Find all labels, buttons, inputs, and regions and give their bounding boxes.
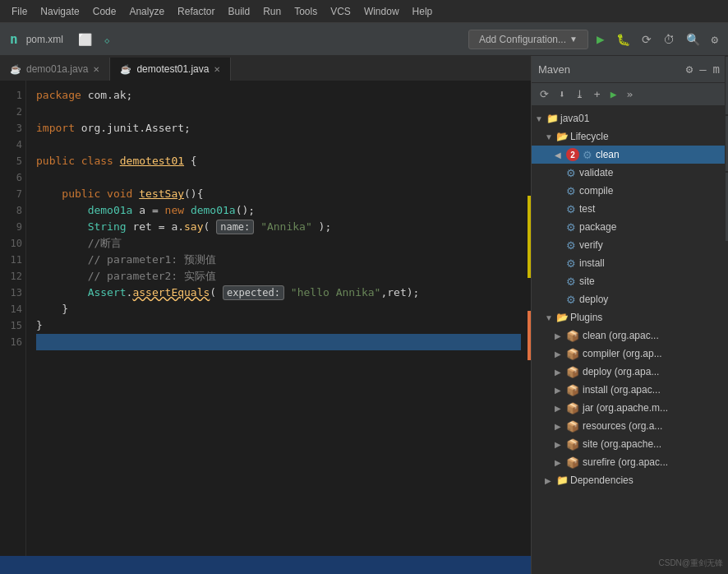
plugin-surefire-icon: 📦 [566,456,579,469]
tab-close-demo01a[interactable]: ✕ [93,65,99,74]
plugin-resources-icon: 📦 [566,420,579,433]
plugin-jar[interactable]: ▶ 📦 jar (org.apache.m... [532,399,728,417]
plugin-jar-icon: 📦 [566,402,579,414]
lifecycle-label: Lifecycle [570,131,609,142]
menu-tools[interactable]: Tools [289,4,322,19]
dropdown-icon: ▼ [569,35,578,44]
debug-button[interactable]: 🐛 [613,30,634,49]
plugin-clean[interactable]: ▶ 📦 clean (org.apac... [532,326,728,345]
code-line-10: //断言 [36,235,521,252]
plugin-deploy[interactable]: ▶ 📦 deploy (org.apa... [532,363,728,381]
maven-download-btn[interactable]: ⬇ [555,86,569,102]
code-line-15: } [36,317,521,334]
test-label: test [579,203,595,215]
maven-run-btn[interactable]: ▶ [607,86,620,102]
maven-expand-icon[interactable]: m [712,61,721,77]
lifecycle-deploy[interactable]: ⚙ deploy [532,290,728,308]
tab-demo01a[interactable]: ☕ demo01a.java ✕ [0,58,110,81]
plugin-resources[interactable]: ▶ 📦 resources (org.a... [532,417,728,435]
lifecycle-expand[interactable]: ▼ [545,132,555,141]
lifecycle-section[interactable]: ▼ 📂 Lifecycle [532,127,728,146]
compile-spacer [555,187,564,196]
search-button[interactable]: 🔍 [683,30,703,49]
plugin-clean-label: clean (org.apac... [583,330,659,341]
lifecycle-validate[interactable]: ⚙ validate [532,164,728,182]
menu-help[interactable]: Help [408,4,438,19]
root-expand-icon[interactable]: ▼ [535,114,545,123]
root-label: java01 [560,113,589,124]
plugin-resources-label: resources (org.a... [583,420,662,432]
clean-label: clean [596,149,620,160]
lifecycle-icon: 📂 [556,131,569,142]
maven-title: Maven [538,63,681,76]
side-tab-maven[interactable]: Maven 1 [725,56,728,115]
package-spacer [555,223,564,232]
menu-code[interactable]: Code [88,4,122,19]
menu-vcs[interactable]: VCS [325,4,356,19]
maven-add-btn[interactable]: + [591,86,604,102]
plugin-surefire-expand[interactable]: ▶ [555,458,564,467]
plugin-clean-expand[interactable]: ▶ [555,331,564,340]
plugin-deploy-label: deploy (org.apa... [583,366,659,377]
menu-refactor[interactable]: Refactor [173,4,219,19]
profile-button[interactable]: ⏱ [660,30,678,49]
side-tab-ant[interactable]: 🐜 Ant Build [725,172,728,243]
run-button[interactable]: ▶ [593,28,608,50]
plugin-surefire[interactable]: ▶ 📦 surefire (org.apac... [532,453,728,471]
maven-more-btn[interactable]: » [623,86,636,102]
plugins-expand[interactable]: ▼ [545,313,555,322]
plugin-site[interactable]: ▶ 📦 site (org.apache... [532,435,728,453]
plugin-install-label: install (org.apac... [583,384,661,396]
menu-run[interactable]: Run [258,4,286,19]
plugin-deploy-expand[interactable]: ▶ [555,368,564,377]
plugin-compiler-label: compiler (org.ap... [583,348,662,359]
plugin-resources-expand[interactable]: ▶ [555,422,564,431]
lifecycle-site[interactable]: ⚙ site [532,272,728,290]
maven-settings-icon[interactable]: ⚙ [684,61,694,77]
lifecycle-verify[interactable]: ⚙ verify [532,236,728,254]
coverage-button[interactable]: ⟳ [638,30,655,49]
dependencies-section[interactable]: ▶ 📁 Dependencies [532,471,728,489]
menu-navigate[interactable]: Navigate [35,4,84,19]
window-icon[interactable]: ⬜ [75,30,95,49]
plugin-jar-expand[interactable]: ▶ [555,404,564,413]
code-line-9: String ret = a.say( name: "Annika" ); [36,219,521,235]
code-line-6 [36,169,521,186]
plugin-install-expand[interactable]: ▶ [555,386,564,395]
add-configuration-button[interactable]: Add Configuration... ▼ [468,30,588,49]
verify-gear-icon: ⚙ [566,239,576,252]
code-content[interactable]: package com.ak; import org.junit.Assert;… [26,81,531,556]
lifecycle-clean[interactable]: ◀ 2 ⚙ clean [532,146,728,164]
lifecycle-package[interactable]: ⚙ package [532,218,728,236]
plugin-install[interactable]: ▶ 📦 install (org.apac... [532,381,728,399]
plugin-surefire-label: surefire (org.apac... [583,456,668,468]
back-icon[interactable]: n [7,28,21,50]
verify-spacer [555,241,564,250]
maven-refresh-btn[interactable]: ⟳ [537,86,552,102]
menu-analyze[interactable]: Analyze [124,4,169,19]
tab-demotest01[interactable]: ☕ demotest01.java ✕ [110,58,231,81]
lifecycle-test[interactable]: ⚙ test [532,200,728,218]
maven-panel: Maven 1 Database 🐜 Ant Build Maven ⚙ — m… [531,56,728,574]
clean-arrow[interactable]: ◀ [555,150,564,160]
plugin-compiler[interactable]: ▶ 📦 compiler (org.ap... [532,345,728,363]
deploy-gear-icon: ⚙ [566,294,576,306]
tree-root[interactable]: ▼ 📁 java01 [532,109,728,127]
java-icon: ☕ [10,64,21,75]
tab-close-demotest01[interactable]: ✕ [214,65,220,74]
git-icon[interactable]: ⬦ [100,30,113,49]
code-editor[interactable]: 1 2 3 4 5 6 7 8 9 10 11 12 13 14 15 16 [0,81,531,556]
deps-expand[interactable]: ▶ [545,476,555,485]
menu-window[interactable]: Window [359,4,404,19]
lifecycle-install[interactable]: ⚙ install [532,254,728,272]
side-tab-database[interactable]: Database [725,115,728,172]
menu-file[interactable]: File [7,4,32,19]
plugins-section[interactable]: ▼ 📂 Plugins [532,308,728,326]
maven-minimize-icon[interactable]: — [698,61,707,77]
maven-download2-btn[interactable]: ⤓ [572,86,587,102]
plugin-site-expand[interactable]: ▶ [555,440,564,449]
plugin-compiler-expand[interactable]: ▶ [555,349,564,359]
lifecycle-compile[interactable]: ⚙ compile [532,182,728,200]
menu-build[interactable]: Build [223,4,255,19]
settings-button[interactable]: ⚙ [708,30,721,49]
